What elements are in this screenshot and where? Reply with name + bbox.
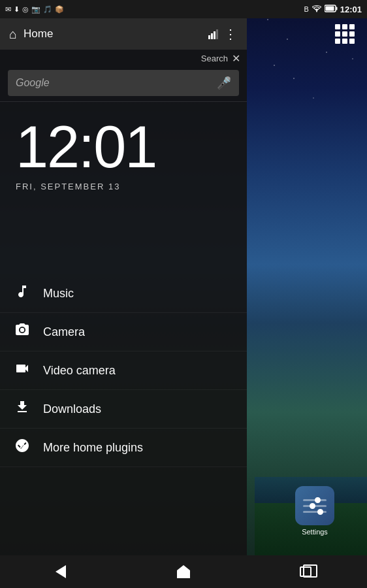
mic-icon[interactable]: 🎤 (217, 76, 231, 90)
home-button[interactable] (164, 555, 203, 588)
menu-list: Music Camera Video camera (0, 274, 247, 467)
home-nav-icon (177, 565, 190, 578)
nav-bar (0, 555, 367, 588)
status-bar-left-icons: ✉ ⬇ ◎ 📷 🎵 📦 (5, 6, 64, 13)
notification-icon-1: ✉ (5, 6, 11, 13)
search-label-row: Search ✕ (0, 50, 247, 67)
status-time: 12:01 (340, 5, 362, 14)
menu-item-camera[interactable]: Camera (0, 313, 247, 351)
svg-rect-4 (208, 35, 210, 39)
music-label: Music (43, 287, 74, 301)
music-icon (13, 284, 31, 303)
wifi-icon (311, 5, 322, 14)
clock-colon: : (78, 114, 93, 180)
settings-icon-box[interactable] (295, 486, 334, 525)
settings-sliders (298, 494, 332, 518)
plugins-label: More home plugins (43, 441, 143, 455)
clock-time: 12:01 (16, 118, 231, 176)
back-button[interactable] (42, 555, 81, 588)
svg-rect-3 (325, 7, 334, 11)
drawer-title: Home (24, 27, 53, 41)
menu-item-music[interactable]: Music (0, 274, 247, 313)
menu-item-downloads[interactable]: Downloads (0, 390, 247, 429)
app-grid-button[interactable] (329, 18, 360, 50)
video-camera-label: Video camera (43, 364, 116, 378)
menu-item-video[interactable]: Video camera (0, 351, 247, 390)
search-divider (0, 101, 247, 102)
svg-point-0 (316, 11, 317, 12)
download-icon (13, 399, 31, 419)
recents-icon (300, 566, 311, 577)
drawer-header: ⌂ Home ⋮ (0, 18, 247, 50)
battery-icon (325, 5, 338, 14)
notification-icon-4: 📷 (31, 6, 40, 13)
recents-button[interactable] (286, 555, 325, 588)
clock-minutes: 01 (93, 114, 156, 180)
camera-label: Camera (43, 325, 85, 339)
video-camera-icon (13, 361, 31, 380)
bluetooth-icon: B (304, 6, 308, 13)
google-logo-text: Google (16, 77, 50, 89)
search-label: Search (201, 54, 228, 63)
back-arrow-icon (54, 564, 69, 579)
menu-item-plugins[interactable]: More home plugins (0, 429, 247, 467)
svg-rect-5 (211, 33, 213, 39)
settings-label: Settings (302, 528, 328, 536)
slider-2 (303, 505, 327, 507)
search-bar[interactable]: Google 🎤 (8, 70, 239, 96)
signal-icon (208, 29, 219, 39)
slider-1 (303, 499, 327, 501)
downloads-label: Downloads (43, 402, 101, 416)
grid-icon (335, 24, 355, 44)
slider-3 (303, 511, 327, 513)
camera-icon (13, 322, 31, 342)
svg-rect-6 (214, 31, 215, 39)
search-section: Search ✕ Google 🎤 (0, 50, 247, 102)
svg-rect-2 (336, 7, 337, 10)
notification-icon-2: ⬇ (14, 6, 20, 13)
home-icon: ⌂ (9, 27, 17, 42)
drawer-header-right: ⋮ (208, 26, 238, 42)
status-bar-right-icons: B 12:01 (304, 5, 362, 14)
plugins-icon (13, 438, 31, 457)
svg-point-8 (20, 328, 24, 332)
search-close-button[interactable]: ✕ (232, 52, 240, 65)
settings-widget[interactable]: Settings (295, 486, 334, 536)
notification-icon-5: 🎵 (43, 6, 52, 13)
drawer-header-left: ⌂ Home (9, 27, 53, 42)
drawer-panel: ⌂ Home ⋮ Search ✕ Google 🎤 12:01 (0, 0, 247, 588)
svg-rect-7 (216, 29, 218, 39)
status-bar: ✉ ⬇ ◎ 📷 🎵 📦 B 12:01 (0, 0, 367, 18)
more-options-icon[interactable]: ⋮ (224, 26, 238, 42)
notification-icon-6: 📦 (55, 6, 64, 13)
clock-hours: 12 (16, 114, 78, 180)
clock-widget: 12:01 FRI, SEPTEMBER 13 (0, 105, 247, 204)
notification-icon-3: ◎ (22, 6, 29, 13)
clock-date: FRI, SEPTEMBER 13 (16, 182, 231, 191)
